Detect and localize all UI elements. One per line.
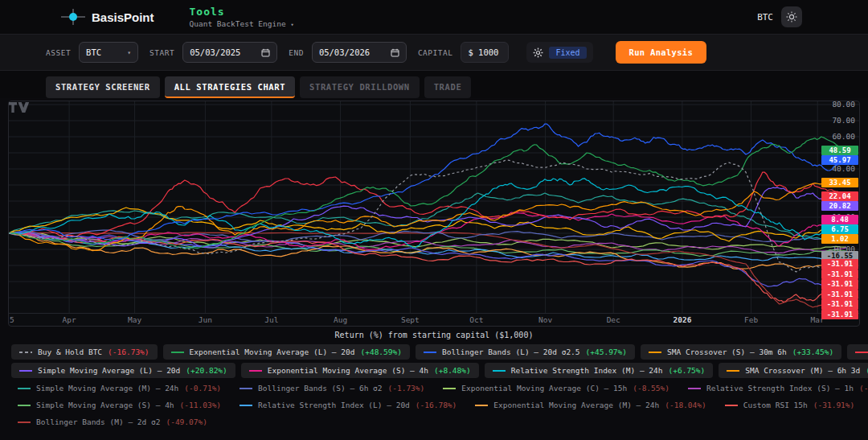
tab-strategy-screener[interactable]: STRATEGY SCREENER: [46, 76, 160, 98]
last-value-badge: -31.91: [821, 310, 858, 320]
last-value-badge: 48.59: [821, 146, 858, 155]
last-value-badge: -31.91: [821, 299, 858, 310]
legend-item[interactable]: SMA Crossover (M) — 6h 3d(+1.02%): [719, 363, 868, 378]
legend-return-pct: (+45.97%): [586, 347, 627, 356]
legend-return-pct: (-0.71%): [184, 384, 221, 393]
last-value-badge: 8.48: [821, 215, 858, 224]
capital-label: CAPITAL: [418, 48, 453, 57]
price-axis-tick: 70.00: [832, 116, 855, 125]
legend-item[interactable]: Simple Moving Average (L) — 20d(+20.82%): [11, 363, 235, 378]
legend-color-dash-icon: [855, 352, 868, 353]
time-axis-tick: Dec: [607, 315, 620, 324]
legend-item[interactable]: Exponential Moving Average (C) — 15h(-8.…: [436, 381, 676, 395]
legend-item[interactable]: SMA Crossover (L) — 3d 30d(+22.04%): [847, 344, 868, 360]
legend-return-pct: (-8.55%): [633, 384, 669, 393]
start-date-input[interactable]: 05/03/2025: [182, 42, 277, 63]
legend-item[interactable]: Exponential Moving Average (S) — 4h(+8.4…: [241, 363, 479, 378]
last-value-badge: 1.02: [821, 234, 858, 244]
legend-item[interactable]: Bollinger Bands (M) — 2d σ2(-49.07%): [11, 415, 214, 429]
last-value-badge: 45.97: [821, 155, 858, 165]
end-label: END: [289, 48, 304, 57]
legend-color-dash-icon: [240, 388, 252, 389]
tab-trade[interactable]: TRADE: [424, 76, 472, 98]
legend-item[interactable]: Exponential Moving Average (M) — 24h(-18…: [469, 398, 712, 412]
calendar-icon: [391, 48, 399, 57]
capital-input[interactable]: $ 1000: [461, 42, 509, 63]
calendar-icon: [261, 48, 270, 57]
legend-item[interactable]: Bollinger Bands (L) — 20d σ2.5(+45.97%): [416, 344, 635, 360]
legend-item[interactable]: Bollinger Bands (S) — 6h σ2(-1.73%): [233, 381, 431, 395]
legend-label: Buy & Hold BTC: [38, 347, 102, 356]
legend-color-dash-icon: [688, 388, 701, 389]
strategy-legend: Buy & Hold BTC(-16.73%)Exponential Movin…: [0, 343, 868, 429]
legend-color-dash-icon: [240, 405, 252, 406]
page-subtitle[interactable]: Quant BackTest Engine ▾: [190, 19, 294, 28]
end-date-input[interactable]: 05/03/2026: [312, 42, 407, 63]
legend-label: Relative Strength Index (S) — 1h: [706, 384, 854, 393]
chart-caption: Return (%) from starting capital ($1,000…: [0, 331, 868, 339]
time-axis-tick: Jun: [199, 315, 212, 324]
last-value-badge: -31.91: [821, 290, 858, 300]
legend-return-pct: (-16.78%): [416, 401, 457, 409]
tab-all-strategies-chart[interactable]: ALL STRATEGIES CHART: [165, 76, 295, 98]
legend-item[interactable]: Exponential Moving Average (L) — 20d(+48…: [163, 344, 410, 360]
legend-item[interactable]: Custom RSI 15h(-31.91%): [719, 398, 862, 412]
asset-select[interactable]: BTC▾: [79, 42, 138, 63]
time-axis[interactable]: 5AprMayJunJulAugSeptOctNovDec2026FebMar: [9, 313, 859, 326]
legend-label: Custom RSI 15h: [743, 401, 808, 409]
legend-label: Exponential Moving Average (S) — 4h: [268, 366, 428, 375]
legend-item[interactable]: Simple Moving Average (S) — 4h(-11.03%): [11, 398, 227, 412]
legend-item[interactable]: Relative Strength Index (L) — 20d(-16.78…: [233, 398, 463, 412]
app-header: BasisPoint Tools Quant BackTest Engine ▾…: [0, 0, 868, 34]
legend-color-dash-icon: [649, 352, 661, 353]
legend-item[interactable]: Simple Moving Average (M) — 24h(-0.71%): [11, 381, 227, 395]
price-axis-tick: 80.00: [832, 100, 855, 109]
tab-bar: STRATEGY SCREENER ALL STRATEGIES CHART S…: [0, 71, 868, 98]
tradingview-logo[interactable]: [9, 101, 30, 113]
gear-icon[interactable]: [533, 47, 543, 58]
legend-item[interactable]: Relative Strength Index (M) — 24h(+6.75%…: [485, 363, 714, 378]
run-analysis-button[interactable]: Run Analysis: [616, 41, 706, 64]
legend-color-dash-icon: [18, 388, 31, 389]
legend-label: SMA Crossover (M) — 6h 3d: [745, 366, 860, 375]
legend-row: Buy & Hold BTC(-16.73%)Exponential Movin…: [11, 344, 857, 360]
legend-color-dash-icon: [18, 421, 31, 423]
tab-strategy-drilldown[interactable]: STRATEGY DRILLDOWN: [300, 76, 420, 98]
legend-row: Bollinger Bands (M) — 2d σ2(-49.07%): [11, 415, 857, 429]
brand[interactable]: BasisPoint: [61, 6, 154, 27]
sun-icon: [786, 11, 797, 23]
time-axis-tick: 2026: [673, 315, 691, 324]
page-title: Tools: [190, 6, 294, 18]
chart-panel: 80.0070.0060.0050.0040.0030.0020.0010.00…: [8, 101, 860, 327]
legend-return-pct: (-8.92%): [859, 384, 868, 393]
legend-item[interactable]: Relative Strength Index (S) — 1h(-8.92%): [682, 381, 868, 395]
last-value-badge: 20.82: [821, 201, 858, 211]
legend-label: Exponential Moving Average (L) — 20d: [190, 347, 355, 356]
legend-color-dash-icon: [18, 405, 31, 406]
legend-return-pct: (-1.73%): [388, 384, 425, 393]
time-axis-tick: Aug: [334, 315, 347, 324]
legend-row: Simple Moving Average (L) — 20d(+20.82%)…: [11, 363, 857, 378]
legend-return-pct: (-18.04%): [665, 401, 706, 409]
legend-label: Simple Moving Average (L) — 20d: [38, 366, 180, 375]
chevron-down-icon: ▾: [290, 22, 293, 28]
legend-return-pct: (+48.59%): [360, 347, 401, 356]
legend-label: Exponential Moving Average (M) — 24h: [493, 401, 659, 409]
time-axis-tick: 5: [10, 315, 14, 324]
legend-item[interactable]: SMA Crossover (S) — 30m 6h(+33.45%): [641, 344, 841, 360]
legend-color-dash-icon: [443, 388, 456, 389]
legend-label: Exponential Moving Average (C) — 15h: [461, 384, 627, 393]
legend-row: Simple Moving Average (S) — 4h(-11.03%)R…: [11, 398, 857, 412]
theme-toggle-button[interactable]: [781, 6, 802, 27]
time-axis-tick: Feb: [744, 315, 758, 324]
chevron-down-icon: ▾: [127, 49, 131, 56]
legend-color-dash-icon: [171, 352, 184, 353]
time-axis-tick: Jul: [264, 315, 278, 324]
fixed-mode-badge[interactable]: Fixed: [549, 47, 586, 59]
chart-plot-area[interactable]: 80.0070.0060.0050.0040.0030.0020.0010.00…: [9, 101, 859, 313]
legend-label: Bollinger Bands (M) — 2d σ2: [36, 417, 160, 426]
legend-color-dash-icon: [249, 370, 262, 372]
legend-label: SMA Crossover (S) — 30m 6h: [667, 347, 787, 356]
time-axis-tick: Nov: [538, 315, 552, 324]
legend-item[interactable]: Buy & Hold BTC(-16.73%): [11, 344, 158, 360]
